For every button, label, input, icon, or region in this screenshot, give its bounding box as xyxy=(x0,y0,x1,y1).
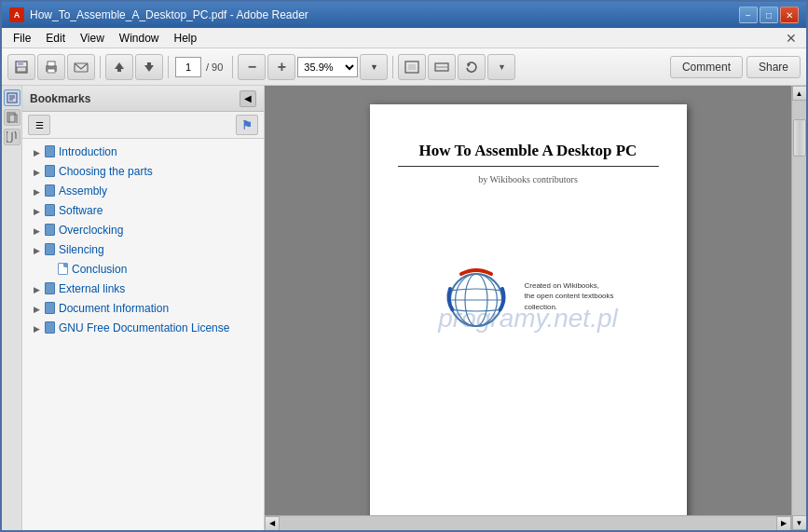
panel-header: Bookmarks ◀ xyxy=(22,86,264,112)
inner-close-button[interactable]: ✕ xyxy=(780,31,802,46)
zoom-dropdown-button[interactable]: ▼ xyxy=(360,54,388,80)
main-area: Bookmarks ◀ ☰ ⚑ ▶ Introduction ▶ xyxy=(2,86,806,530)
svg-marker-15 xyxy=(467,63,471,67)
toolbar-separator-2 xyxy=(168,56,169,78)
bookmark-page-icon xyxy=(43,224,56,239)
comment-button[interactable]: Comment xyxy=(670,56,743,78)
zoom-select[interactable]: 35.9% 50% 75% 100% xyxy=(297,57,358,77)
bookmark-label: Introduction xyxy=(59,144,260,160)
expand-icon: ▶ xyxy=(30,282,43,297)
viewer-container: How To Assemble A Desktop PC by Wikibook… xyxy=(265,86,791,530)
bookmark-page-icon xyxy=(43,243,56,258)
menu-window[interactable]: Window xyxy=(112,30,167,47)
scroll-left-button[interactable]: ◀ xyxy=(265,516,280,531)
bookmark-document-information[interactable]: ▶ Document Information xyxy=(22,299,264,319)
expand-icon: ▶ xyxy=(30,145,43,160)
svg-rect-1 xyxy=(18,61,23,65)
bookmark-label: Document Information xyxy=(59,301,260,317)
panel-menu-button[interactable]: ☰ xyxy=(28,115,50,135)
expand-icon: ▶ xyxy=(30,243,43,258)
svg-rect-10 xyxy=(147,62,151,65)
svg-marker-7 xyxy=(115,62,124,69)
next-page-button[interactable] xyxy=(135,54,163,80)
bookmark-choosing-the-parts[interactable]: ▶ Choosing the parts xyxy=(22,162,264,182)
page-navigation: 1 / 90 xyxy=(175,57,226,77)
bookmark-silencing[interactable]: ▶ Silencing xyxy=(22,240,264,260)
bookmark-label: Assembly xyxy=(59,184,260,199)
toolbar-separator-4 xyxy=(392,56,393,78)
bookmark-overclocking[interactable]: ▶ Overclocking xyxy=(22,221,264,240)
print-button[interactable] xyxy=(37,54,65,80)
main-window: A How_To_Assemble_A_Desktop_PC.pdf - Ado… xyxy=(0,0,808,532)
panel-title: Bookmarks xyxy=(30,92,240,105)
bookmark-page-icon xyxy=(43,204,56,219)
svg-rect-5 xyxy=(48,69,55,73)
scroll-v-track[interactable] xyxy=(792,101,806,515)
bookmark-conclusion[interactable]: Conclusion xyxy=(22,260,264,280)
bookmark-page-icon xyxy=(43,282,56,297)
bookmark-label: Conclusion xyxy=(72,262,260,278)
minimize-button[interactable]: − xyxy=(739,7,758,23)
pdf-viewer[interactable]: How To Assemble A Desktop PC by Wikibook… xyxy=(265,86,791,515)
bookmark-software[interactable]: ▶ Software xyxy=(22,201,264,221)
rotate-button[interactable] xyxy=(458,54,486,80)
pdf-title: How To Assemble A Desktop PC xyxy=(398,142,659,167)
side-tab-bookmarks[interactable] xyxy=(4,89,21,106)
svg-rect-4 xyxy=(48,61,55,66)
app-icon: A xyxy=(9,7,24,22)
bookmark-label: Choosing the parts xyxy=(59,164,260,180)
panel-collapse-button[interactable]: ◀ xyxy=(240,90,256,107)
side-tab-attachments[interactable] xyxy=(4,129,21,145)
bookmark-page-icon xyxy=(56,263,69,278)
bookmark-label: External links xyxy=(59,281,260,297)
toolbar-right: Comment Share xyxy=(670,56,801,78)
fit-width-button[interactable] xyxy=(428,54,456,80)
bookmark-label: Software xyxy=(59,203,260,219)
bookmark-page-icon xyxy=(43,145,56,160)
svg-rect-2 xyxy=(17,67,26,72)
bookmark-assembly[interactable]: ▶ Assembly xyxy=(22,182,264,201)
bookmark-external-links[interactable]: ▶ External links xyxy=(22,280,264,299)
scroll-right-button[interactable]: ▶ xyxy=(776,516,791,531)
panel-new-bookmark-button[interactable]: ⚑ xyxy=(236,115,258,135)
maximize-button[interactable]: □ xyxy=(760,7,778,23)
bookmark-label: Overclocking xyxy=(59,223,260,239)
horizontal-scrollbar: ◀ ▶ xyxy=(265,515,791,530)
expand-icon: ▶ xyxy=(30,184,43,199)
scroll-up-button[interactable]: ▲ xyxy=(792,86,807,101)
toolbar-separator-3 xyxy=(232,56,233,78)
pdf-subtitle: by Wikibooks contributors xyxy=(398,174,659,184)
bookmark-page-icon xyxy=(43,165,56,180)
fit-page-button[interactable] xyxy=(398,54,426,80)
scroll-h-track[interactable] xyxy=(280,516,776,530)
prev-page-button[interactable] xyxy=(105,54,133,80)
save-button[interactable] xyxy=(7,54,35,80)
bookmark-page-icon xyxy=(43,184,56,199)
zoom-in-button[interactable]: + xyxy=(267,54,295,80)
share-button[interactable]: Share xyxy=(746,56,801,78)
more-tools-button[interactable]: ▼ xyxy=(487,54,515,80)
page-number-input[interactable]: 1 xyxy=(175,57,201,77)
close-button[interactable]: ✕ xyxy=(780,7,799,23)
svg-rect-8 xyxy=(117,69,121,72)
scroll-thumb[interactable] xyxy=(793,119,806,157)
expand-icon: ▶ xyxy=(30,321,43,336)
pdf-logo-area: Created on Wikibooks, the open content t… xyxy=(398,259,659,334)
bookmarks-panel: Bookmarks ◀ ☰ ⚑ ▶ Introduction ▶ xyxy=(22,86,265,530)
expand-icon: ▶ xyxy=(30,224,43,239)
toolbar: 1 / 90 − + 35.9% 50% 75% 100% ▼ ▼ xyxy=(2,48,806,86)
bookmark-introduction[interactable]: ▶ Introduction xyxy=(22,143,264,162)
email-button[interactable] xyxy=(67,54,95,80)
title-bar: A How_To_Assemble_A_Desktop_PC.pdf - Ado… xyxy=(2,2,806,28)
menu-file[interactable]: File xyxy=(6,30,38,47)
zoom-out-button[interactable]: − xyxy=(238,54,266,80)
menu-help[interactable]: Help xyxy=(167,30,205,47)
menu-view[interactable]: View xyxy=(73,30,112,47)
scroll-down-button[interactable]: ▼ xyxy=(792,515,807,530)
side-tab-pages[interactable] xyxy=(4,109,21,126)
vertical-scrollbar: ▲ ▼ xyxy=(791,86,806,530)
bookmark-gnu-free[interactable]: ▶ GNU Free Documentation License xyxy=(22,319,264,338)
bookmark-label: GNU Free Documentation License xyxy=(59,321,260,336)
menu-edit[interactable]: Edit xyxy=(38,30,73,47)
bookmark-page-icon xyxy=(43,302,56,317)
